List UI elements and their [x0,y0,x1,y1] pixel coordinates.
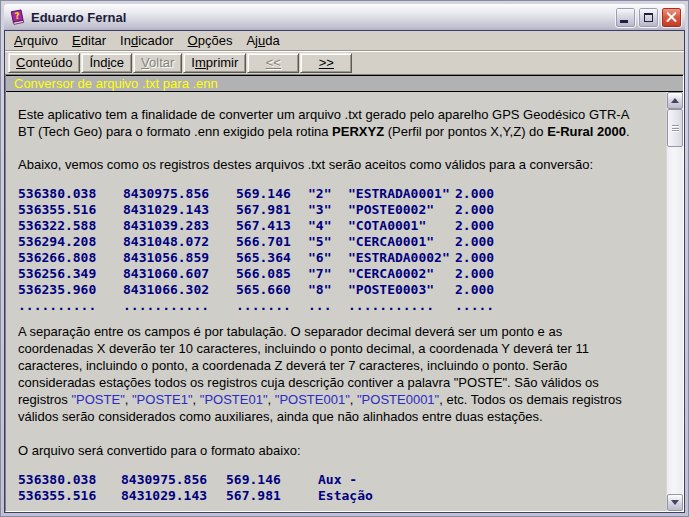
table-cell: "CERCA0001" [348,234,455,250]
poste001-term: "POSTE001" [275,392,350,407]
poste0001-term: "POSTE0001" [357,392,439,407]
table-row: 536322.5888431039.283567.413"4""COTA0001… [18,218,654,234]
table-cell: 2.000 [455,218,515,234]
table-cell: 536380.038 [18,472,121,488]
topic-text: Este aplicativo tem a finalidade de conv… [6,92,666,511]
table-cell: 2.000 [455,186,515,202]
table-cell: 8431029.143 [121,488,226,504]
indice-button[interactable]: Índice [81,53,132,73]
table-row-ellipsis: ........................................… [18,298,654,314]
menu-ajuda[interactable]: Ajuda [239,31,286,50]
table-cell: ........... [348,298,455,314]
browse-back-button[interactable]: << [247,53,299,73]
topic-title: Conversor de arquivo .txt para .enn [14,76,218,91]
maximize-icon [644,13,653,22]
table-cell: "5" [308,234,348,250]
thumb-grip-icon [672,124,679,133]
table-cell: "4" [308,218,348,234]
table-cell: 567.413 [236,218,308,234]
menu-arquivo[interactable]: Arquivo [7,31,65,50]
table-cell: 567.981 [226,488,318,504]
table-row: 536380.0388430975.856569.146"2""ESTRADA0… [18,186,654,202]
app-body: Arquivo Editar Indicador Opções Ajuda Co… [4,30,685,513]
table-row: 536235.9608431066.302565.660"8""POSTE000… [18,282,654,298]
table-cell: "CERCA0002" [348,266,455,282]
chevron-up-icon [671,98,679,103]
table-cell: 536322.588 [18,218,123,234]
toolbar: Conteúdo Índice Voltar Imprimir << >> [5,51,684,74]
table-cell: ..... [455,298,515,314]
table-cell: 569.146 [226,472,318,488]
table-cell: 2.000 [455,266,515,282]
table-cell: 536256.349 [18,266,123,282]
output-intro-paragraph: O arquivo será convertido para o formato… [18,442,640,459]
table-row: 536256.3498431060.607566.085"7""CERCA000… [18,266,654,282]
erural-term: E-Rural 2000 [547,124,626,139]
table-cell: 566.701 [236,234,308,250]
minimize-button[interactable] [615,7,636,28]
table-cell: 536355.516 [18,202,123,218]
voltar-button[interactable]: Voltar [133,53,182,73]
table-row: 536294.2088431048.072566.701"5""CERCA000… [18,234,654,250]
table-cell: 2.000 [455,250,515,266]
table-cell: 565.364 [236,250,308,266]
table-cell: "COTA0001" [348,218,455,234]
menu-opcoes[interactable]: Opções [181,31,240,50]
table-cell: Aux - [318,472,428,488]
table-cell: 2.000 [455,234,515,250]
table-cell: 536266.808 [18,250,123,266]
table-cell: 566.085 [236,266,308,282]
scroll-region: Este aplicativo tem a finalidade de conv… [6,92,683,511]
imprimir-button[interactable]: Imprimir [183,53,246,73]
table-cell: "ESTRADA0001" [348,186,455,202]
table-cell: "3" [308,202,348,218]
conteudo-button[interactable]: Conteúdo [8,53,80,73]
table-cell: "8" [308,282,348,298]
table-cell: ... [308,298,348,314]
accepted-records-table: 536380.0388430975.856569.146"2""ESTRADA0… [18,186,654,314]
table-cell: .......... [18,298,123,314]
table-cell: 567.981 [236,202,308,218]
table-cell: "POSTE0003" [348,282,455,298]
table-cell: 565.660 [236,282,308,298]
browse-forward-button[interactable]: >> [300,53,352,73]
table-cell: 8430975.856 [121,472,226,488]
table-cell: "6" [308,250,348,266]
table-cell: ........... [123,298,236,314]
help-client: Conversor de arquivo .txt para .enn Este… [5,74,684,512]
help-window: ? Eduardo Fernal Arquivo Editar Indicado… [0,0,689,517]
window-controls [615,7,682,28]
table-row: 536355.5168431029.143567.981Estação [18,488,654,504]
table-cell: ....... [236,298,308,314]
table-cell: "7" [308,266,348,282]
table-cell: 8431039.283 [123,218,236,234]
minimize-icon [620,20,628,23]
menu-indicador[interactable]: Indicador [113,31,181,50]
converted-records-table: 536380.0388430975.856569.146Aux - 536355… [18,472,654,504]
table-cell: 536294.208 [18,234,123,250]
vertical-scrollbar[interactable] [666,92,683,511]
table-cell: 536355.516 [18,488,121,504]
close-button[interactable] [661,7,682,28]
scroll-down-button[interactable] [667,494,683,511]
records-intro-paragraph: Abaixo, vemos como os registros destes a… [18,156,640,173]
table-row: 536380.0388430975.856569.146Aux - [18,472,654,488]
poste-term: "POSTE" [71,392,124,407]
table-cell: 8431066.302 [123,282,236,298]
format-rules-paragraph: A separação entre os campos é por tabula… [18,323,640,425]
table-cell: 8431060.607 [123,266,236,282]
table-cell: "POSTE0002" [348,202,455,218]
scroll-up-button[interactable] [667,92,683,109]
scrollbar-track[interactable] [667,147,683,494]
menu-editar[interactable]: Editar [65,31,113,50]
maximize-button[interactable] [638,7,659,28]
table-cell: 8431056.859 [123,250,236,266]
title-bar[interactable]: ? Eduardo Fernal [4,4,685,30]
table-cell: 536235.960 [18,282,123,298]
table-cell: Estação [318,488,428,504]
window-title: Eduardo Fernal [31,10,615,25]
table-cell: 2.000 [455,282,515,298]
topic-heading-bar: Conversor de arquivo .txt para .enn [6,75,683,92]
table-cell: 8431048.072 [123,234,236,250]
scrollbar-thumb[interactable] [667,109,683,147]
